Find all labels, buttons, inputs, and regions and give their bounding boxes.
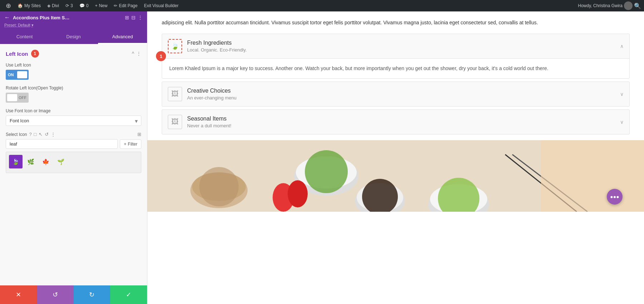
font-icon-select[interactable]: Font Icon Image — [6, 116, 141, 126]
svg-point-6 — [305, 150, 348, 193]
icon-more-btn[interactable]: ⋮ — [51, 132, 55, 137]
icon-search-input[interactable] — [6, 139, 118, 149]
admin-bar-comments[interactable]: ⟳ 3 — [63, 0, 76, 11]
use-left-icon-toggle[interactable]: ON — [6, 70, 29, 80]
plus-filter-icon: + — [124, 142, 126, 147]
icon-cell-maple[interactable]: 🍁 — [39, 155, 53, 168]
section-title: Left Icon — [6, 51, 28, 57]
accordion-text-2: Creative Choices An ever-changing menu — [187, 88, 615, 100]
cancel-button[interactable]: ✕ — [0, 285, 37, 304]
redo-button[interactable]: ↻ — [74, 285, 111, 304]
preset-row[interactable]: Preset: Default ▾ — [4, 23, 143, 30]
accordion-title-2: Creative Choices — [187, 88, 615, 94]
icon-reset-btn[interactable]: ↺ — [45, 132, 49, 137]
accordion-title-1: Fresh Ingredients — [187, 40, 615, 46]
accordion-text-1: Fresh Ingredients Local. Organic. Eco-Fr… — [187, 40, 615, 53]
search-icon[interactable]: 🔍 — [634, 3, 641, 9]
rotate-icon-field: Rotate Left Icon(Open Toggle) OFF — [6, 85, 141, 103]
accordion-header-1[interactable]: 🍃 Fresh Ingredients Local. Organic. Eco-… — [162, 34, 629, 58]
accordion-wrapper-1: 1 🍃 Fresh Ingredients Local. Organic. Ec… — [162, 34, 630, 78]
section-collapse-btn[interactable]: ^ — [132, 51, 134, 57]
icon-cell-leaf-outline[interactable]: 🌿 — [24, 155, 38, 168]
left-panel: ← Accordions Plus Item S… ⊞ ⊟ ⋮ Preset: … — [0, 11, 147, 304]
panel-title-left: ← Accordions Plus Item S… — [4, 14, 69, 21]
accordion-item-3: 🖼 Seasonal Items Never a dull moment! ∨ — [162, 109, 630, 134]
admin-bar-my-sites[interactable]: 🏠 My Sites — [15, 0, 44, 11]
right-content: adipiscing elit. Nulla porttitor accumsa… — [147, 11, 644, 304]
content-intro: adipiscing elit. Nulla porttitor accumsa… — [147, 19, 644, 34]
accordion-text-3: Seasonal Items Never a dull moment! — [187, 116, 615, 128]
svg-point-8 — [288, 180, 308, 207]
undo-button[interactable]: ↺ — [37, 285, 74, 304]
main-layout: ← Accordions Plus Item S… ⊞ ⊟ ⋮ Preset: … — [0, 11, 644, 304]
filter-button[interactable]: + Filter — [120, 139, 141, 149]
accordion-body-1: Lorem Khaled Ipsum is a major key to suc… — [162, 58, 629, 78]
rotate-icon-toggle[interactable]: OFF — [6, 93, 29, 103]
icon-expand-btn[interactable]: ⊞ — [137, 132, 141, 137]
section-controls: ^ ⋮ — [132, 51, 141, 57]
section-more-btn[interactable]: ⋮ — [136, 51, 141, 57]
admin-bar-user: Howdy, Christina Gwira 🔍 — [578, 1, 641, 10]
accordion-subtitle-1: Local. Organic. Eco-Friendly. — [187, 47, 615, 53]
accordion-wrapper-3: 🖼 Seasonal Items Never a dull moment! ∨ — [162, 109, 630, 134]
accordion-title-3: Seasonal Items — [187, 116, 615, 122]
use-left-icon-field: Use Left Icon ON — [6, 63, 141, 80]
section-title-row: Left Icon 1 — [6, 50, 39, 58]
tab-bar: Content Design Advanced — [0, 30, 147, 44]
icon-help-btn[interactable]: ? — [29, 132, 31, 137]
accordion-chevron-1: ∧ — [620, 43, 624, 49]
divi-icon: ◈ — [47, 3, 50, 8]
admin-bar-comment-count[interactable]: 💬 0 — [77, 0, 92, 11]
tab-design[interactable]: Design — [49, 30, 98, 44]
icon-copy-btn[interactable]: □ — [34, 132, 37, 137]
expand-icon[interactable]: ⊞ — [125, 15, 129, 20]
more-icon[interactable]: ⋮ — [138, 15, 143, 20]
comment-icon: 💬 — [79, 3, 85, 8]
rotate-icon-label: Rotate Left Icon(Open Toggle) — [6, 85, 141, 90]
section-header: Left Icon 1 ^ ⋮ — [6, 50, 141, 58]
svg-point-3 — [199, 167, 239, 206]
icon-cell-plant[interactable]: 🌱 — [54, 155, 68, 168]
save-button[interactable]: ✓ — [110, 285, 147, 304]
edit-icon: ✏ — [114, 3, 117, 8]
icon-cell-leaf[interactable]: 🍃 — [9, 155, 23, 168]
fab-button[interactable]: ●●● — [607, 189, 623, 205]
accordion-header-2[interactable]: 🖼 Creative Choices An ever-changing menu… — [162, 82, 629, 106]
plus-icon: + — [95, 3, 97, 8]
panel-icons: ⊞ ⊟ ⋮ — [125, 15, 143, 20]
section-badge: 1 — [31, 50, 39, 58]
accordion-subtitle-3: Never a dull moment! — [187, 123, 615, 128]
panel-title-row: ← Accordions Plus Item S… ⊞ ⊟ ⋮ — [4, 14, 143, 23]
back-icon[interactable]: ← — [4, 14, 10, 21]
svg-rect-17 — [541, 140, 644, 212]
font-icon-field: Use Font Icon or Image Font Icon Image — [6, 108, 141, 126]
toggle-off[interactable]: OFF — [6, 93, 29, 103]
admin-bar-divi[interactable]: ◈ Divi — [44, 0, 62, 11]
accordion-container: 1 🍃 Fresh Ingredients Local. Organic. Ec… — [147, 34, 644, 134]
accordion-item-1: 🍃 Fresh Ingredients Local. Organic. Eco-… — [162, 34, 630, 78]
user-avatar — [624, 1, 633, 10]
toggle-knob — [17, 71, 27, 78]
accordion-wrapper-2: 🖼 Creative Choices An ever-changing menu… — [162, 82, 630, 107]
accordion-item-2: 🖼 Creative Choices An ever-changing menu… — [162, 82, 630, 107]
wp-logo-icon[interactable]: ⊕ — [3, 2, 14, 10]
font-icon-label: Use Font Icon or Image — [6, 108, 141, 113]
admin-bar-edit-page[interactable]: ✏ Edit Page — [111, 0, 140, 11]
accordion-header-3[interactable]: 🖼 Seasonal Items Never a dull moment! ∨ — [162, 110, 629, 134]
toggle-knob-off — [7, 94, 17, 101]
accordion-chevron-3: ∨ — [620, 119, 624, 125]
food-image-svg — [147, 140, 644, 212]
icon-grid: 🍃 🌿 🍁 🌱 — [6, 152, 141, 173]
admin-bar-new[interactable]: + New — [92, 0, 110, 11]
grid-icon[interactable]: ⊟ — [131, 15, 136, 20]
admin-bar-exit-builder[interactable]: Exit Visual Builder — [141, 0, 181, 11]
font-icon-select-wrapper: Font Icon Image — [6, 116, 141, 126]
accordion-subtitle-2: An ever-changing menu — [187, 95, 615, 100]
toggle-on[interactable]: ON — [6, 70, 29, 80]
tab-content[interactable]: Content — [0, 30, 49, 44]
icon-cursor-btn[interactable]: ↖ — [39, 132, 43, 137]
fab-icon: ●●● — [610, 194, 619, 200]
tab-advanced[interactable]: Advanced — [98, 30, 147, 44]
panel-content: Left Icon 1 ^ ⋮ Use Left Icon ON — [0, 44, 147, 285]
select-icon-label: Select Icon ? □ ↖ ↺ ⋮ ⊞ — [6, 132, 141, 137]
